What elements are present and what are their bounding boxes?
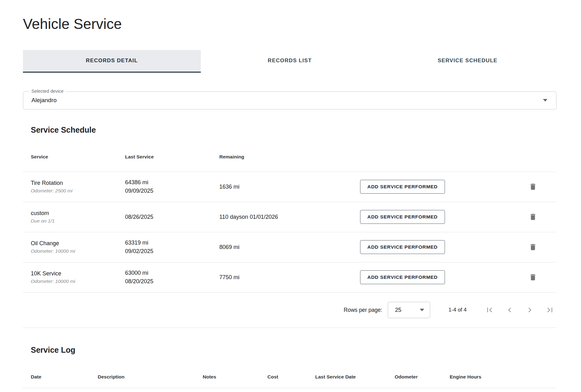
table-row: Tire Rotation Odometer: 2500 mi 64386 mi… [23, 172, 556, 202]
last-service-value: 63319 mi [125, 239, 219, 247]
last-page-icon [545, 305, 555, 315]
chevron-left-icon [505, 305, 514, 315]
trash-icon [529, 243, 537, 251]
remaining-value: 7750 mi [219, 274, 351, 281]
service-name: 10K Service [31, 270, 125, 277]
delete-button[interactable] [527, 241, 539, 253]
service-log-heading: Service Log [31, 345, 556, 355]
last-service-date: 09/02/2025 [125, 247, 219, 256]
selected-device-select[interactable]: Selected device Alejandro [23, 91, 556, 109]
last-service-date: 08/20/2025 [125, 277, 219, 286]
service-log-header-row: Date Description Notes Cost Last Service… [23, 374, 556, 388]
delete-button[interactable] [527, 211, 539, 223]
service-subtext: Odometer: 10000 mi [31, 248, 125, 254]
service-subtext: Due on 1/1 [31, 218, 125, 224]
column-header-service: Service [23, 154, 125, 160]
add-service-performed-button[interactable]: ADD SERVICE PERFORMED [360, 240, 445, 254]
first-page-button[interactable] [483, 303, 496, 317]
rows-per-page-label: Rows per page: [344, 307, 382, 313]
remaining-value: 110 dayson 01/01/2026 [219, 214, 351, 220]
chevron-down-icon [543, 99, 547, 102]
column-header-notes: Notes [203, 374, 267, 380]
delete-button[interactable] [527, 271, 539, 283]
trash-icon [529, 273, 537, 281]
remaining-value: 8069 mi [219, 244, 351, 251]
previous-page-button[interactable] [503, 303, 516, 317]
chevron-right-icon [525, 305, 534, 315]
column-header-last-service-date: Last Service Date [315, 374, 395, 380]
column-header-odometer: Odometer [395, 374, 450, 380]
selected-device-value: Alejandro [23, 97, 57, 104]
delete-button[interactable] [527, 181, 539, 193]
column-header-remaining: Remaining [219, 154, 351, 160]
last-service-date: 09/09/2025 [125, 187, 219, 195]
column-header-cost: Cost [267, 374, 315, 380]
add-service-performed-button[interactable]: ADD SERVICE PERFORMED [360, 270, 445, 284]
last-service-value: 08/26/2025 [125, 213, 219, 221]
selected-device-label: Selected device [29, 89, 66, 94]
service-schedule-heading: Service Schedule [31, 125, 556, 135]
chevron-down-icon [420, 309, 424, 311]
next-page-button[interactable] [523, 303, 536, 317]
page-content: Vehicle Service RECORDS DETAIL RECORDS L… [0, 16, 581, 388]
service-schedule-header-row: Service Last Service Remaining [23, 142, 556, 172]
trash-icon [529, 183, 537, 191]
column-header-date: Date [31, 374, 98, 380]
add-service-performed-button[interactable]: ADD SERVICE PERFORMED [360, 180, 445, 194]
pagination-range: 1-4 of 4 [448, 307, 467, 313]
service-subtext: Odometer: 2500 mi [31, 188, 125, 194]
tab-records-list[interactable]: RECORDS LIST [201, 50, 379, 73]
service-name: custom [31, 210, 125, 217]
rows-per-page-select[interactable]: 25 [388, 302, 430, 318]
last-service-value: 64386 mi [125, 178, 219, 187]
pagination-bar: Rows per page: 25 1-4 of 4 [23, 293, 556, 328]
add-service-performed-button[interactable]: ADD SERVICE PERFORMED [360, 210, 445, 224]
column-header-description: Description [98, 374, 203, 380]
tab-service-schedule[interactable]: SERVICE SCHEDULE [379, 50, 556, 73]
service-subtext: Odometer: 10000 mi [31, 279, 125, 284]
column-header-engine-hours: Engine Hours [450, 374, 556, 380]
service-name: Oil Change [31, 240, 125, 247]
tab-bar: RECORDS DETAIL RECORDS LIST SERVICE SCHE… [23, 50, 556, 73]
service-name: Tire Rotation [31, 180, 125, 186]
table-row: 10K Service Odometer: 10000 mi 63000 mi … [23, 262, 556, 293]
last-service-value: 63000 mi [125, 269, 219, 277]
tab-records-detail[interactable]: RECORDS DETAIL [23, 50, 201, 73]
table-row: Oil Change Odometer: 10000 mi 63319 mi 0… [23, 232, 556, 262]
table-row: custom Due on 1/1 08/26/2025 110 dayson … [23, 202, 556, 232]
column-header-last-service: Last Service [125, 154, 219, 160]
first-page-icon [485, 305, 494, 315]
last-page-button[interactable] [543, 303, 556, 317]
trash-icon [529, 213, 537, 221]
rows-per-page-value: 25 [395, 307, 401, 313]
remaining-value: 1636 mi [219, 184, 351, 190]
page-title: Vehicle Service [23, 16, 556, 32]
